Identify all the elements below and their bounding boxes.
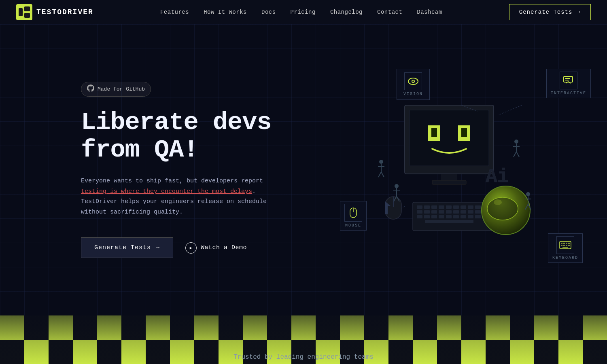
svg-rect-26 <box>468 205 473 209</box>
svg-rect-24 <box>453 205 459 209</box>
svg-rect-33 <box>453 210 459 214</box>
nav-cta-label: Generate Tests <box>519 9 573 15</box>
mouse-label: MOUSE <box>345 223 361 228</box>
svg-rect-27 <box>475 205 481 209</box>
hero-generate-button[interactable]: Generate Tests → <box>81 237 173 258</box>
svg-rect-87 <box>563 245 565 246</box>
svg-rect-34 <box>461 210 466 214</box>
nav-cta-arrow-icon: → <box>576 8 581 16</box>
svg-rect-86 <box>561 245 562 246</box>
nav-cta-button[interactable]: Generate Tests → <box>509 4 591 20</box>
svg-rect-82 <box>561 243 562 244</box>
svg-rect-31 <box>439 210 444 214</box>
svg-rect-46 <box>425 220 473 223</box>
trusted-label: Trusted by leading engineering teams <box>233 353 374 361</box>
svg-rect-28 <box>417 210 422 214</box>
hero-section: Made for GitHub Liberate devs from QA! E… <box>0 24 607 315</box>
svg-rect-32 <box>446 210 452 214</box>
hero-demo-button[interactable]: ▶ Watch a Demo <box>185 242 247 254</box>
logo-text: TESTODRIVER <box>36 8 93 16</box>
svg-rect-35 <box>468 210 473 214</box>
github-badge-text: Made for GitHub <box>98 86 145 92</box>
svg-rect-40 <box>439 215 444 218</box>
svg-rect-2 <box>24 6 30 11</box>
navbar: TESTODRIVER Features How It Works Docs P… <box>0 0 607 24</box>
svg-rect-88 <box>566 245 567 246</box>
checker-pattern: Trusted by leading engineering teams <box>0 315 607 364</box>
hero-description-highlight: testing is where they encounter the most… <box>81 188 252 195</box>
nav-links: Features How It Works Docs Pricing Chang… <box>160 9 442 15</box>
svg-rect-21 <box>431 205 437 209</box>
svg-line-62 <box>514 152 516 157</box>
svg-rect-42 <box>453 215 459 218</box>
nav-contact[interactable]: Contact <box>377 9 402 15</box>
svg-rect-85 <box>568 243 570 244</box>
svg-rect-16 <box>441 174 457 181</box>
svg-rect-29 <box>424 210 430 214</box>
svg-rect-41 <box>446 215 452 218</box>
hero-illustration: VISION INTERACTIVE <box>340 69 591 271</box>
svg-line-63 <box>516 152 519 157</box>
svg-point-53 <box>494 199 502 205</box>
keyboard-icon <box>556 236 574 254</box>
nav-how-it-works[interactable]: How It Works <box>204 9 247 15</box>
svg-rect-14 <box>431 128 437 137</box>
svg-line-56 <box>498 105 522 115</box>
svg-rect-38 <box>424 215 430 218</box>
hero-title-line1: Liberate devs <box>81 108 272 137</box>
hero-buttons: Generate Tests → ▶ Watch a Demo <box>81 237 283 258</box>
svg-point-69 <box>395 184 399 188</box>
computer-illustration: Ai <box>372 89 534 243</box>
eye-icon <box>404 72 422 90</box>
hero-generate-label: Generate Tests <box>94 244 151 251</box>
svg-point-6 <box>412 80 414 82</box>
svg-rect-30 <box>431 210 437 214</box>
hero-demo-label: Watch a Demo <box>201 244 247 251</box>
mouse-label-box: MOUSE <box>340 201 367 231</box>
svg-rect-17 <box>432 180 466 184</box>
svg-line-67 <box>378 172 381 177</box>
nav-features[interactable]: Features <box>160 9 189 15</box>
svg-point-64 <box>379 160 383 164</box>
svg-rect-90 <box>562 247 568 248</box>
nav-pricing[interactable]: Pricing <box>291 9 316 15</box>
hero-description-before: Everyone wants to ship fast, but develop… <box>81 178 263 184</box>
hero-generate-arrow-icon: → <box>156 244 160 251</box>
svg-rect-84 <box>566 243 567 244</box>
github-badge: Made for GitHub <box>81 82 151 97</box>
svg-rect-44 <box>468 215 473 218</box>
hero-title-line2: from QA! <box>81 135 198 164</box>
svg-rect-89 <box>568 245 570 246</box>
svg-rect-43 <box>461 215 466 218</box>
nav-docs[interactable]: Docs <box>261 9 276 15</box>
keyboard-label: KEYBOARD <box>552 256 578 260</box>
svg-point-59 <box>514 140 518 144</box>
logo-icon <box>16 4 32 20</box>
svg-rect-11 <box>410 110 489 166</box>
svg-rect-83 <box>563 243 565 244</box>
hero-title: Liberate devs from QA! <box>81 109 283 164</box>
svg-rect-25 <box>461 205 466 209</box>
svg-rect-45 <box>475 215 481 218</box>
svg-rect-22 <box>439 205 444 209</box>
svg-rect-39 <box>431 215 437 218</box>
svg-rect-3 <box>24 13 30 18</box>
nav-dashcam[interactable]: Dashcam <box>417 9 442 15</box>
svg-rect-37 <box>417 215 422 218</box>
nav-changelog[interactable]: Changelog <box>330 9 363 15</box>
svg-rect-19 <box>417 205 422 209</box>
logo[interactable]: TESTODRIVER <box>16 4 93 20</box>
svg-rect-15 <box>461 128 467 137</box>
svg-rect-9 <box>565 80 569 80</box>
interactive-box: INTERACTIVE <box>546 69 591 98</box>
hero-description: Everyone wants to ship fast, but develop… <box>81 176 275 217</box>
page-bottom: Trusted by leading engineering teams <box>0 315 607 364</box>
svg-point-74 <box>526 192 530 196</box>
svg-rect-8 <box>565 78 570 79</box>
svg-point-52 <box>487 197 518 220</box>
svg-line-57 <box>401 206 405 208</box>
chat-icon <box>560 72 577 89</box>
mouse-icon <box>344 204 362 222</box>
svg-rect-36 <box>475 210 481 214</box>
trusted-section-text: Trusted by leading engineering teams <box>0 353 607 364</box>
